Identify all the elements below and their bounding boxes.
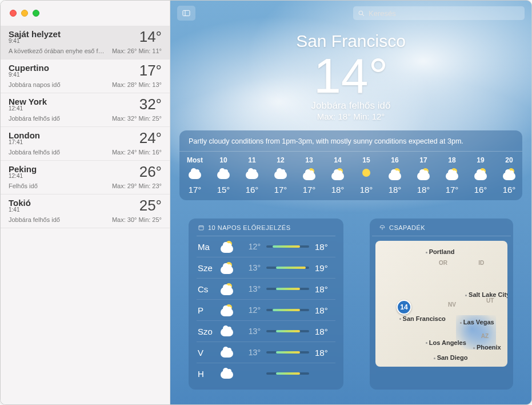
window-controls <box>1 1 170 26</box>
svg-line-3 <box>362 14 364 16</box>
partly-icon <box>417 169 430 181</box>
hour-temp: 18° <box>381 185 409 194</box>
hero-temperature: 14° <box>170 51 531 100</box>
map-city-san-francisco: San Francisco <box>399 315 446 322</box>
map-state-AZ: AZ <box>481 333 489 339</box>
forecast-range-bar <box>266 309 309 311</box>
map-state-ID: ID <box>478 260 484 266</box>
city-item-london[interactable]: London17:4124°Jobbára felhős időMax: 24°… <box>1 127 170 161</box>
hour-14: 1418° <box>323 156 352 194</box>
hour-Most: Most17° <box>181 156 209 194</box>
calendar-icon <box>198 224 205 231</box>
hour-label: 18 <box>438 156 466 164</box>
forecast-day: H <box>198 369 221 379</box>
hero-condition: Jobbára felhős idő <box>170 100 531 112</box>
forecast-row-Szo[interactable]: Szo13°18° <box>197 320 335 342</box>
hero-hi-lo: Max: 18° Min: 12° <box>170 112 531 121</box>
close-window-button[interactable] <box>10 10 17 17</box>
main-content: San Francisco 14° Jobbára felhős idő Max… <box>170 1 531 404</box>
hour-17: 1718° <box>409 156 438 194</box>
cloud-icon <box>274 169 287 181</box>
search-input[interactable] <box>369 9 520 18</box>
hourly-summary: Partly cloudy conditions from 1pm-3pm, w… <box>179 137 522 152</box>
map-city-los-angeles: Los Angeles <box>426 339 466 346</box>
toggle-sidebar-button[interactable] <box>177 6 195 21</box>
hourly-forecast-panel: Partly cloudy conditions from 1pm-3pm, w… <box>179 130 522 200</box>
cloud-icon <box>217 169 230 181</box>
hour-temp: 16° <box>466 185 495 194</box>
hour-label: 17 <box>409 156 438 164</box>
forecast-row-H[interactable]: H <box>197 363 335 384</box>
current-conditions: San Francisco 14° Jobbára felhős idő Max… <box>170 31 531 121</box>
city-temp: 26° <box>139 164 162 179</box>
zoom-window-button[interactable] <box>33 10 39 17</box>
forecast-high: 18° <box>315 242 334 252</box>
hour-temp: 18° <box>409 185 438 194</box>
forecast-day: P <box>198 305 221 315</box>
partly-icon <box>221 284 238 294</box>
partly-icon <box>331 169 344 181</box>
city-condition: A következő órában enyhe eső fordulh… <box>9 47 106 54</box>
map-city-san-diego: San Diego <box>434 354 468 361</box>
hour-16: 1618° <box>381 156 409 194</box>
sun-icon <box>360 169 373 181</box>
weather-app-window: Saját helyzet9:4114°A következő órában e… <box>0 0 532 405</box>
city-temp: 17° <box>139 63 162 78</box>
partly-icon <box>221 263 238 273</box>
search-icon <box>358 10 365 17</box>
forecast-row-P[interactable]: P12°18° <box>197 299 335 320</box>
hour-temp: 15° <box>209 185 238 194</box>
hour-11: 1116° <box>238 156 266 194</box>
forecast-row-V[interactable]: V13°18° <box>197 342 335 363</box>
city-item-cupertino[interactable]: Cupertino9:4117°Jobbára napos időMax: 28… <box>1 59 170 93</box>
hour-temp: 17° <box>295 185 323 194</box>
hour-temp: 17° <box>438 185 466 194</box>
precip-header: CSAPADÉK <box>372 224 511 236</box>
forecast-low: 13° <box>238 327 261 336</box>
map-city-salt-lake-city: Salt Lake City <box>465 291 507 298</box>
city-temp: 25° <box>139 198 162 213</box>
city-item-saját-helyzet[interactable]: Saját helyzet9:4114°A következő órában e… <box>1 26 170 59</box>
minimize-window-button[interactable] <box>21 10 28 17</box>
hour-temp: 18° <box>352 185 381 194</box>
hourly-strip[interactable]: Most17°1015°1116°1217°1317°1418°1518°161… <box>179 152 522 194</box>
hour-label: 20 <box>495 156 523 164</box>
forecast-range-bar <box>266 351 309 354</box>
hour-temp: 18° <box>323 185 352 194</box>
forecast-range-bar <box>266 330 309 332</box>
partly-icon <box>503 169 515 181</box>
hour-12: 1217° <box>266 156 295 194</box>
city-item-peking[interactable]: Peking12:4126°Felhős időMax: 29° Min: 23… <box>1 161 170 194</box>
forecast-header-label: 10 NAPOS ELŐREJELZÉS <box>208 224 291 231</box>
cloud-icon <box>221 368 238 379</box>
hour-18: 1817° <box>438 156 466 194</box>
city-item-new-york[interactable]: New York12:4132°Jobbára felhős időMax: 3… <box>1 93 170 127</box>
map-city-phoenix: Phoenix <box>473 344 501 351</box>
forecast-day: Szo <box>198 327 221 336</box>
partly-icon <box>474 169 487 181</box>
forecast-high: 19° <box>315 263 334 273</box>
city-item-tokió[interactable]: Tokió1:4125°Jobbára felhős időMax: 30° M… <box>1 194 170 228</box>
forecast-day: Sze <box>198 263 221 273</box>
forecast-row-Ma[interactable]: Ma12°18° <box>197 236 335 257</box>
search-field[interactable] <box>353 6 525 20</box>
map-state-NV: NV <box>448 301 456 308</box>
partly-icon <box>221 305 238 315</box>
cloud-icon <box>221 326 238 336</box>
precipitation-map[interactable]: ORIDNVUTAZPortlandSalt Lake CitySan Fran… <box>375 241 507 367</box>
city-condition: Jobbára napos idő <box>9 81 61 88</box>
forecast-low: 12° <box>238 242 261 251</box>
forecast-row-Cs[interactable]: Cs13°18° <box>197 278 335 299</box>
forecast-range-bar <box>266 245 309 248</box>
city-condition: Felhős idő <box>9 182 38 189</box>
city-list: Saját helyzet9:4114°A következő órában e… <box>1 26 170 404</box>
forecast-row-Sze[interactable]: Sze13°19° <box>197 257 335 278</box>
hour-label: Most <box>181 156 209 164</box>
forecast-high: 18° <box>315 327 334 336</box>
hour-label: 10 <box>209 156 238 164</box>
svg-rect-0 <box>183 10 190 15</box>
city-condition: Jobbára felhős idő <box>9 149 60 156</box>
city-range: Max: 32° Min: 25° <box>112 115 162 122</box>
svg-point-2 <box>359 11 363 15</box>
map-location-pin[interactable]: 14 <box>397 300 411 315</box>
